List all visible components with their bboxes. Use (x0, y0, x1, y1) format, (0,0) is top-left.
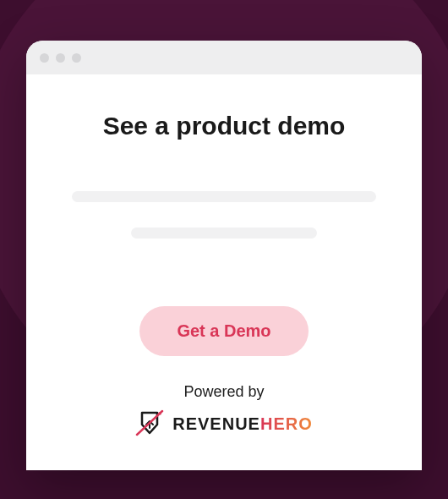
brand-name-part1: REVENUE (172, 414, 260, 434)
placeholder-line (131, 228, 317, 239)
window-control-maximize-icon (72, 53, 81, 63)
shield-arrow-icon (135, 409, 164, 438)
brand-logo: REVENUE HERO (60, 409, 388, 438)
placeholder-line (72, 191, 376, 202)
get-demo-button[interactable]: Get a Demo (139, 306, 308, 356)
svg-line-0 (137, 411, 162, 435)
window-control-close-icon (40, 53, 49, 63)
window-control-minimize-icon (56, 53, 65, 63)
brand-wordmark: REVENUE HERO (172, 414, 313, 434)
brand-name-part2: HERO (260, 414, 313, 434)
window-titlebar (26, 41, 422, 74)
window-content: See a product demo Get a Demo Powered by… (26, 74, 422, 438)
page-title: See a product demo (60, 112, 388, 140)
powered-by-label: Powered by (60, 383, 388, 401)
browser-window: See a product demo Get a Demo Powered by… (26, 41, 422, 470)
powered-by-section: Powered by REVENUE HERO (60, 383, 388, 438)
